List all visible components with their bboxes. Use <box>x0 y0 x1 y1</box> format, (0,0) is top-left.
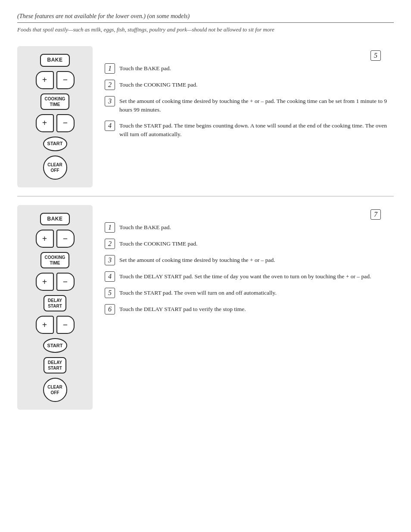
section-number-5: 5 <box>371 50 381 61</box>
start-button-2[interactable]: START <box>43 338 67 353</box>
step-text-2-1: Touch the BAKE pad. <box>119 222 171 232</box>
step-num-2-3: 3 <box>105 255 115 265</box>
step-text-1-1: Touch the BAKE pad. <box>119 63 171 73</box>
step-2-2: 2 Touch the COOKING TIME pad. <box>105 239 394 249</box>
step-text-2-2: Touch the COOKING TIME pad. <box>119 239 197 248</box>
step-num-2-4: 4 <box>105 271 115 282</box>
step-num-2-1: 1 <box>105 222 115 233</box>
step-1-4: 4 Touch the START pad. The time begins c… <box>105 121 394 139</box>
clear-off-button-1[interactable]: CLEAROFF <box>43 156 67 180</box>
bake-button-1[interactable]: BAKE <box>40 54 69 67</box>
minus-button-delay-2[interactable]: − <box>56 316 75 334</box>
header-subtext: Foods that spoil easily—such as milk, eg… <box>17 26 394 33</box>
step-2-5: 5 Touch the START pad. The oven will tur… <box>105 288 394 298</box>
section-number-7: 7 <box>371 209 381 220</box>
time-plus-minus-2: + − <box>36 273 75 291</box>
section-divider <box>17 196 394 196</box>
delay-start-button-2a[interactable]: DELAYSTART <box>44 295 66 311</box>
step-num-1-4: 4 <box>105 121 115 131</box>
plus-button-time-2[interactable]: + <box>36 273 54 291</box>
step-num-2-6: 6 <box>105 304 115 314</box>
step-2-3: 3 Set the amount of cooking time desired… <box>105 255 394 265</box>
step-num-2-5: 5 <box>105 288 115 298</box>
divider-top <box>17 22 394 23</box>
header-note: (These features are not available for th… <box>17 13 394 20</box>
step-text-1-2: Touch the COOKING TIME pad. <box>119 80 197 89</box>
step-text-2-4: Touch the DELAY START pad. Set the time … <box>119 271 371 281</box>
plus-button-bake-1[interactable]: + <box>36 71 54 89</box>
step-text-1-3: Set the amount of cooking time desired b… <box>119 96 394 115</box>
minus-button-time-2[interactable]: − <box>56 273 75 291</box>
section-1: BAKE + − COOKINGTIME + − START CLEAROFF … <box>17 46 394 187</box>
step-2-6: 6 Touch the DELAY START pad to verify th… <box>105 304 394 314</box>
delay-plus-minus-2: + − <box>36 316 75 334</box>
step-text-1-4: Touch the START pad. The time begins cou… <box>119 121 394 139</box>
plus-button-delay-2[interactable]: + <box>36 316 54 334</box>
steps-col-1: 5 1 Touch the BAKE pad. 2 Touch the COOK… <box>93 46 394 187</box>
delay-start-button-2b[interactable]: DELAYSTART <box>44 357 66 373</box>
step-2-1: 1 Touch the BAKE pad. <box>105 222 394 233</box>
step-num-1-3: 3 <box>105 96 115 106</box>
minus-button-time-1[interactable]: − <box>56 114 75 132</box>
control-panel-1: BAKE + − COOKINGTIME + − START CLEAROFF <box>17 46 93 187</box>
step-1-2: 2 Touch the COOKING TIME pad. <box>105 80 394 90</box>
plus-button-bake-2[interactable]: + <box>36 230 54 248</box>
bake-button-2[interactable]: BAKE <box>40 213 69 226</box>
step-num-1-1: 1 <box>105 63 115 74</box>
step-1-1: 1 Touch the BAKE pad. <box>105 63 394 74</box>
cooking-time-button-1[interactable]: COOKINGTIME <box>40 93 70 110</box>
start-button-1[interactable]: START <box>43 137 67 151</box>
step-2-4: 4 Touch the DELAY START pad. Set the tim… <box>105 271 394 282</box>
step-text-2-3: Set the amount of cooking time desired b… <box>119 255 275 264</box>
time-plus-minus-1: + − <box>36 114 75 132</box>
step-1-3: 3 Set the amount of cooking time desired… <box>105 96 394 115</box>
plus-button-time-1[interactable]: + <box>36 114 54 132</box>
step-num-1-2: 2 <box>105 80 115 90</box>
minus-button-bake-2[interactable]: − <box>56 230 75 248</box>
step-text-2-5: Touch the START pad. The oven will turn … <box>119 288 277 297</box>
control-panel-2: BAKE + − COOKINGTIME + − DELAYSTART + − … <box>17 205 93 410</box>
bake-plus-minus-2: + − <box>36 230 75 248</box>
clear-off-button-2[interactable]: CLEAROFF <box>43 378 67 402</box>
minus-button-bake-1[interactable]: − <box>56 71 75 89</box>
cooking-time-button-2[interactable]: COOKINGTIME <box>40 252 70 268</box>
step-num-2-2: 2 <box>105 239 115 249</box>
steps-col-2: 7 1 Touch the BAKE pad. 2 Touch the COOK… <box>93 205 394 410</box>
step-text-2-6: Touch the DELAY START pad to verify the … <box>119 304 246 314</box>
section-2: BAKE + − COOKINGTIME + − DELAYSTART + − … <box>17 205 394 410</box>
bake-plus-minus-1: + − <box>36 71 75 89</box>
